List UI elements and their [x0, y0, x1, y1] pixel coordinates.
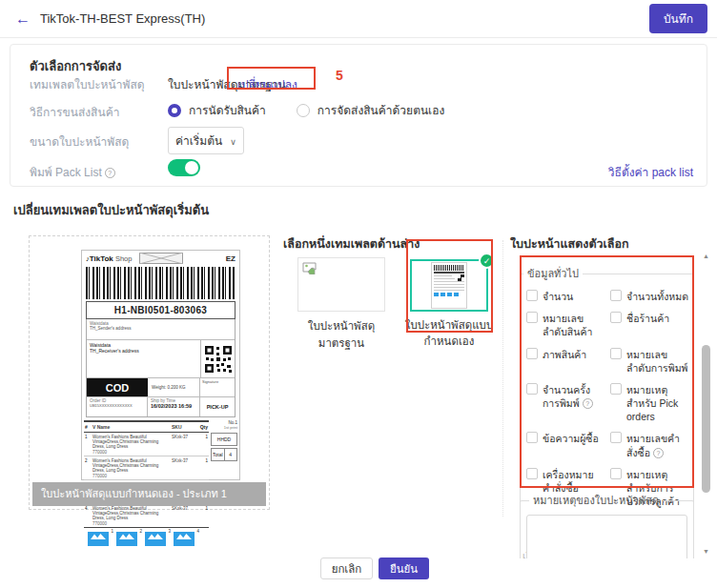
- checkbox-product-sequence[interactable]: หมายเลขลำดับสินค้า: [526, 312, 605, 338]
- sender-address-block: Waistdata TH_Sender's address: [87, 319, 235, 340]
- checkbox-box[interactable]: [526, 383, 538, 395]
- label-body: Waistdata TH_Sender's address Waistdata …: [86, 319, 236, 417]
- checkbox-box[interactable]: [610, 468, 622, 479]
- radio-pickup-selected[interactable]: [168, 104, 181, 117]
- checkbox-buyer-message[interactable]: ข้อความผู้ซื้อ: [526, 432, 605, 458]
- cod-row: COD Weight: 0.200 KG Signature: [87, 378, 235, 397]
- checkbox-pick-orders-note[interactable]: หมายเหตุสำหรับ Pick orders: [610, 383, 689, 424]
- checkbox-order-number[interactable]: หมายเลขคำสั่งซื้อ: [610, 432, 689, 458]
- checkbox-box[interactable]: [610, 290, 622, 301]
- checkbox-box[interactable]: [526, 290, 538, 301]
- cod-badge: COD: [87, 378, 148, 396]
- template-standard-label: ใบปะหน้าพัสดุมาตรฐาน: [288, 317, 395, 352]
- packlist-label-text: พิมพ์ Pack List: [30, 166, 102, 179]
- placeholder-image-icon: [139, 253, 183, 264]
- sender-address: TH_Sender's address: [90, 326, 232, 331]
- product-image-icon: 3: [145, 532, 166, 546]
- checkbox-box[interactable]: [526, 312, 538, 323]
- checkbox-quantity[interactable]: จำนวน: [526, 290, 605, 303]
- radio-self-delivery[interactable]: [297, 104, 310, 117]
- checkbox-box[interactable]: [526, 348, 538, 359]
- scroll-down-arrow-icon[interactable]: ▼: [701, 547, 711, 557]
- checkbox-box[interactable]: [526, 432, 538, 443]
- shipping-method-radio-group: การนัดรับสินค้า การจัดส่งสินค้าด้วยตนเอง: [168, 101, 467, 119]
- pickup-badge: PICK-UP: [200, 397, 235, 416]
- brand-suffix-text: Shop: [115, 254, 133, 263]
- product-image-icon: 1: [88, 532, 109, 546]
- help-icon[interactable]: [105, 168, 115, 178]
- order-row: Order ID UB15XXXXXXXXXXXXX Ship by Time …: [87, 397, 235, 416]
- checkbox-print-count[interactable]: จำนวนครั้งการพิมพ์: [526, 383, 605, 424]
- radio-self-delivery-label: การจัดส่งสินค้าด้วยตนเอง: [318, 101, 444, 119]
- receiver-address: TH_Receiver's address: [90, 348, 197, 354]
- checkbox-total-quantity[interactable]: จำนวนทั้งหมด: [610, 290, 689, 303]
- table-row: 1 Women's Fashions Beautiful VintageDres…: [84, 433, 209, 456]
- label-notes-legend: หมายเหตุของใบปะหน้าพัสดุ: [529, 492, 663, 509]
- product-image-icon: 4: [174, 532, 195, 546]
- template-card-standard[interactable]: [297, 257, 385, 312]
- options-scrollbar: ▲ ▼: [701, 250, 711, 558]
- checkbox-print-sequence[interactable]: หมายเลขลำดับการพิมพ์: [610, 348, 689, 375]
- table-row: 4 Women's Fashions Beautiful VintageDres…: [84, 504, 209, 527]
- receiver-address-block: Waistdata TH_Receiver's address: [87, 340, 235, 378]
- carrier-code: EZ: [226, 254, 236, 263]
- product-image-icon: 2: [116, 532, 137, 546]
- item-table: # V Name SKU Qty 1 Women's Fashions Beau…: [84, 420, 209, 528]
- general-info-legend: ข้อมูลทั่วไป: [523, 265, 583, 282]
- product-thumbnails: 1 2 3 4: [82, 528, 239, 550]
- checkbox-box[interactable]: [610, 348, 622, 359]
- custom-template-thumbnail: [431, 262, 467, 309]
- checkbox-box[interactable]: [526, 468, 538, 479]
- label-notes-textarea[interactable]: [526, 515, 687, 558]
- card-title: ตัวเลือกการจัดส่ง: [30, 56, 121, 76]
- shipping-options-card: ตัวเลือกการจัดส่ง เทมเพลตใบปะหน้าพัสดุ ใ…: [10, 44, 707, 187]
- options-scroll-area: ข้อมูลทั่วไป จำนวน จำนวนทั้งหมด หมายเลขล…: [510, 250, 711, 558]
- page-title: TikTok-TH-BEST Express(TH): [40, 11, 205, 26]
- top-bar: ← TikTok-TH-BEST Express(TH) บันทึก: [0, 0, 717, 38]
- barcode-image: [86, 267, 236, 299]
- qr-code-image: [200, 340, 235, 377]
- confirm-button[interactable]: ยืนยัน: [379, 558, 429, 579]
- chevron-down-icon: [230, 134, 236, 148]
- checkbox-product-image[interactable]: ภาพสินค้า: [526, 348, 605, 375]
- checkbox-box[interactable]: [610, 312, 622, 323]
- toggle-knob: [185, 161, 198, 174]
- scroll-up-arrow-icon[interactable]: ▲: [701, 252, 711, 261]
- scrollbar-thumb[interactable]: [702, 345, 710, 493]
- label-size-select[interactable]: ค่าเริ่มต้น: [168, 127, 244, 154]
- shipping-label-preview: ♪TikTok Shop EZ H1-NBI0501-803063 Waistd…: [81, 250, 240, 480]
- shipping-template-settings-page: ← TikTok-TH-BEST Express(TH) บันทึก ตัวเ…: [0, 0, 717, 588]
- section-title: เปลี่ยนเทมเพลตใบปะหน้าพัสดุเริ่มต้น: [13, 200, 209, 220]
- checkbox-shop-name[interactable]: ชื่อร้านค้า: [610, 312, 689, 338]
- help-icon[interactable]: [583, 398, 593, 409]
- col-name: V Name: [92, 424, 172, 430]
- chooser-title: เลือกหนึ่งเทมเพลตด้านล่าง: [283, 234, 420, 253]
- label-size-value: ค่าเริ่มต้น: [175, 132, 222, 150]
- item-table-wrap: # V Name SKU Qty 1 Women's Fashions Beau…: [82, 420, 239, 528]
- packlist-settings-link[interactable]: วิธีตั้งค่า pack list: [608, 163, 693, 181]
- save-button[interactable]: บันทึก: [649, 4, 707, 33]
- change-template-link[interactable]: เปลี่ยนแปลง: [237, 75, 297, 93]
- label-notes-group: หมายเหตุของใบปะหน้าพัสดุ: [520, 492, 694, 558]
- checkbox-box[interactable]: [610, 383, 622, 395]
- help-icon[interactable]: [653, 448, 664, 458]
- annotation-step-number: 5: [336, 68, 343, 83]
- label-preview-panel: ♪TikTok Shop EZ H1-NBI0501-803063 Waistd…: [29, 235, 270, 510]
- tiktok-shop-logo: ♪TikTok Shop: [86, 254, 132, 263]
- label-header: ♪TikTok Shop EZ: [82, 251, 239, 266]
- brand-text: TikTok: [90, 254, 113, 263]
- checkbox-box[interactable]: [610, 432, 622, 443]
- ship-by-value: 16/02/2023 16:59: [151, 403, 196, 409]
- order-id-value: UB15XXXXXXXXXXXXX: [90, 403, 144, 408]
- tracking-number: H1-NBI0501-803063: [86, 301, 236, 319]
- radio-pickup-label: การนัดรับสินค้า: [189, 101, 266, 119]
- col-qty: Qty: [196, 424, 208, 430]
- weight-text: Weight: 0.200 KG: [148, 378, 200, 396]
- back-arrow-icon[interactable]: ←: [15, 10, 31, 28]
- size-row-label: ขนาดใบปะหน้าพัสดุ: [30, 132, 129, 151]
- template-card-custom-selected[interactable]: [410, 259, 488, 312]
- method-row-label: วิธีการขนส่งสินค้า: [30, 103, 119, 121]
- col-sku: SKU: [172, 424, 196, 430]
- cancel-button[interactable]: ยกเลิก: [320, 558, 373, 579]
- packlist-toggle[interactable]: [168, 159, 200, 176]
